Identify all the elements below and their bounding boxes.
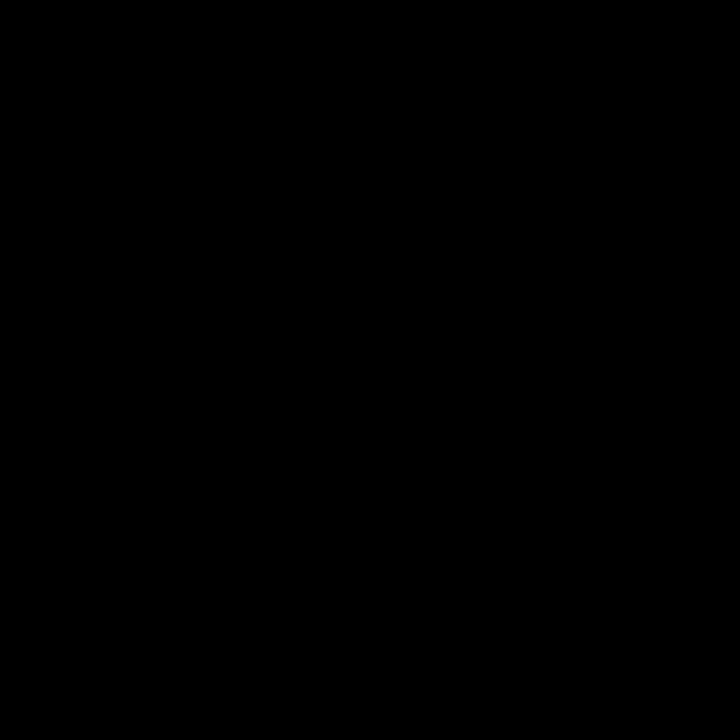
chart-frame bbox=[0, 0, 728, 728]
bottleneck-chart bbox=[0, 0, 728, 728]
